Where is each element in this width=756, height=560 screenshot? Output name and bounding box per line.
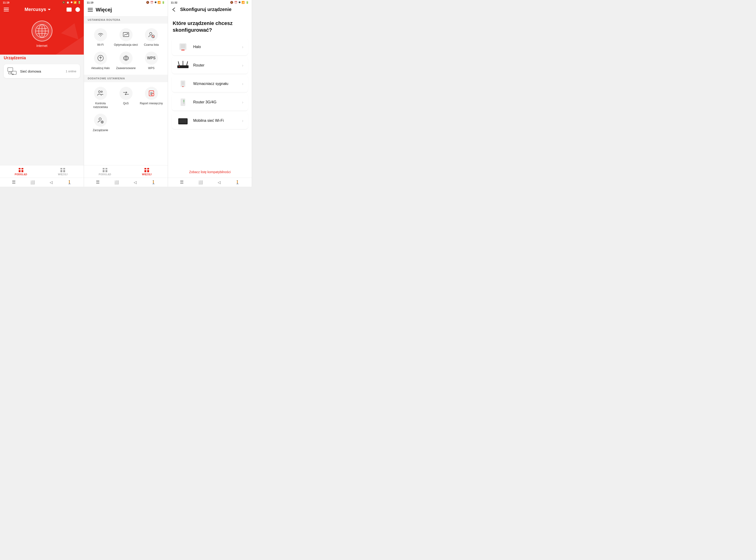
android-back-icon-2[interactable]: ◁ (134, 180, 137, 184)
router-image (176, 60, 190, 71)
svg-rect-21 (60, 170, 62, 172)
wps-label: WPS (148, 66, 155, 70)
wps-icon-item[interactable]: WPS WPS (139, 52, 164, 70)
device-list: Halo › Router › (168, 37, 252, 166)
chart-svg (123, 32, 129, 38)
header-action-icons (66, 7, 80, 12)
menu-icon[interactable] (4, 8, 9, 12)
svg-rect-20 (63, 168, 65, 169)
update-icon-item[interactable]: Aktualizuj Halo (88, 52, 113, 70)
android-menu-icon-3[interactable]: ☰ (180, 180, 184, 185)
svg-rect-11 (8, 68, 13, 72)
android-back-icon-3[interactable]: ◁ (218, 180, 220, 184)
device-halo[interactable]: Halo › (172, 39, 248, 56)
report-icon-item[interactable]: ! Raport miesięczny (139, 87, 164, 109)
back-icon[interactable] (172, 7, 177, 12)
extra-circle (94, 114, 107, 127)
svg-rect-46 (103, 170, 104, 172)
parental-label: Kontrola rodzicielska (88, 102, 113, 109)
device-router[interactable]: Router › (172, 57, 248, 74)
dropdown-icon[interactable] (47, 8, 51, 11)
svg-point-34 (101, 91, 102, 93)
android-user-icon-3[interactable]: 🚶 (235, 180, 240, 184)
svg-rect-1 (4, 9, 9, 10)
svg-rect-50 (144, 170, 146, 172)
wiecej-label-2: WIĘCEJ (142, 173, 152, 176)
decor-1 (56, 36, 84, 55)
advanced-icon-item[interactable]: Zaawansowane (113, 52, 139, 70)
parental-icon-item[interactable]: Kontrola rodzicielska (88, 87, 113, 109)
device-mobile[interactable]: Mobilna sieć Wi-Fi › (172, 112, 248, 129)
panel-more: 11:19 🔕 ⏰ ✱ 📶 🔋 Więcej USTAWIENIA ROUTER… (84, 0, 168, 187)
home-network-card[interactable]: Sieć domowa 1 online (4, 64, 80, 78)
advanced-label: Zaawansowane (116, 66, 136, 70)
android-home-icon-3[interactable]: ⬜ (198, 180, 203, 184)
network-name: Sieć domowa (20, 69, 62, 73)
optim-label: Optymalizacja sieci (114, 43, 138, 47)
svg-point-40 (99, 118, 101, 120)
decor-2 (61, 20, 83, 40)
add-icon[interactable] (75, 7, 80, 12)
update-circle (94, 52, 107, 65)
android-menu-icon-2[interactable]: ☰ (96, 180, 100, 185)
router3g-image (176, 97, 190, 107)
nav-wiecej-2[interactable]: WIĘCEJ (126, 165, 168, 178)
svg-point-62 (182, 86, 183, 87)
android-back-icon[interactable]: ◁ (50, 180, 53, 184)
qos-icon-item[interactable]: QoS (113, 87, 139, 109)
configure-title: Skonfiguruj urządzenie (180, 7, 248, 12)
report-label: Raport miesięczny (140, 102, 163, 105)
android-home-icon-2[interactable]: ⬜ (114, 180, 119, 184)
router-settings-title: USTAWIENIA ROUTERA (84, 16, 168, 24)
blacklist-icon-item[interactable]: Czarna lista (139, 28, 164, 47)
advanced-circle (119, 52, 133, 65)
android-bar-2: ☰ ⬜ ◁ 🚶 (84, 178, 168, 187)
android-user-icon[interactable]: 🚶 (67, 180, 72, 184)
icons-row-3: Kontrola rodzicielska QoS (84, 82, 168, 114)
nav-wiecej[interactable]: WIĘCEJ (42, 165, 84, 178)
svg-rect-17 (19, 170, 21, 172)
app-header-1: Mercusys (0, 5, 84, 16)
svg-point-33 (98, 91, 100, 93)
android-home-icon[interactable]: ⬜ (30, 180, 35, 184)
gear-svg (123, 55, 129, 61)
nav-podglad[interactable]: PODGLĄD (0, 165, 42, 178)
mail-icon[interactable] (66, 7, 72, 12)
android-menu-icon[interactable]: ☰ (12, 180, 16, 185)
block-user-svg (148, 32, 155, 38)
panel-configure: 11:32 🔕 ⏰ ✱ 📶 🔋 Skonfiguruj urządzenie K… (168, 0, 252, 187)
status-icons-1: 🔕 ⏰ ✱ 📶 🔋 (62, 1, 81, 4)
svg-rect-12 (8, 72, 11, 74)
svg-line-29 (152, 36, 154, 37)
qos-label: QoS (123, 102, 128, 105)
svg-rect-61 (181, 81, 184, 85)
router3g-name: Router 3G/4G (193, 100, 238, 104)
router3g-svg (178, 97, 187, 107)
app-header-2: Więcej (84, 5, 168, 16)
qos-svg (123, 91, 129, 96)
account-settings-svg (97, 117, 104, 123)
extra-label: Zarządzanie (93, 128, 108, 132)
wiecej-label: WIĘCEJ (58, 173, 68, 176)
optim-icon-item[interactable]: Optymalizacja sieci (113, 28, 139, 47)
wifi-icon-item[interactable]: Wi-Fi (88, 28, 113, 47)
status-icons-3: 🔕 ⏰ ✱ 📶 🔋 (230, 1, 249, 4)
device-router3g[interactable]: Router 3G/4G › (172, 94, 248, 111)
status-bar-1: 11:19 🔕 ⏰ ✱ 📶 🔋 (0, 0, 84, 5)
device-extender[interactable]: Wzmacniacz sygnału › (172, 75, 248, 93)
more-title: Więcej (96, 7, 112, 13)
time-3: 11:32 (171, 1, 177, 4)
android-user-icon-2[interactable]: 🚶 (151, 180, 156, 184)
podglad-icon-2 (102, 168, 107, 173)
bottom-nav-1: PODGLĄD WIĘCEJ (0, 165, 84, 178)
wps-text: WPS (147, 56, 155, 60)
compat-link[interactable]: Zobacz listę kompatybilności (168, 166, 252, 178)
svg-rect-25 (88, 11, 93, 12)
icons-row-4: Zarządzanie (84, 114, 168, 137)
nav-podglad-2[interactable]: PODGLĄD (84, 165, 126, 178)
extra-icon-item[interactable]: Zarządzanie (88, 114, 113, 132)
menu-icon-2[interactable] (88, 8, 93, 12)
app-header-3: Skonfiguruj urządzenie (168, 5, 252, 15)
svg-rect-63 (181, 98, 185, 106)
svg-point-32 (125, 57, 127, 59)
